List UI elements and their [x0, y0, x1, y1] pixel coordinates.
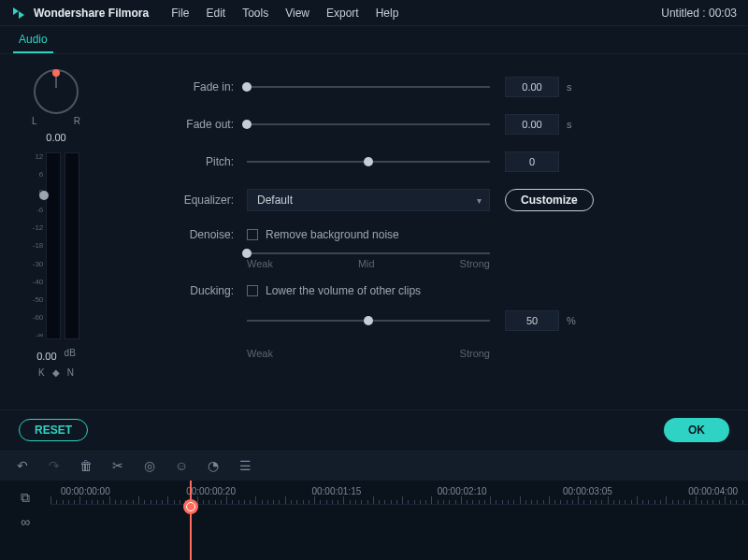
document-title: Untitled : 00:03 — [661, 7, 737, 20]
title-bar: Wondershare Filmora File Edit Tools View… — [0, 0, 748, 26]
split-icon[interactable]: ✂ — [110, 458, 125, 473]
fade-out-label: Fade out: — [168, 118, 234, 131]
menu-tools[interactable]: Tools — [242, 7, 268, 20]
keyframe-marker-icon[interactable]: ◆ — [52, 367, 60, 378]
tab-bar: Audio — [0, 26, 748, 54]
fade-in-unit: s — [567, 81, 583, 93]
ducking-unit: % — [567, 315, 583, 326]
crop-icon[interactable]: ◎ — [142, 458, 157, 473]
reset-button[interactable]: RESET — [19, 419, 88, 441]
ducking-value[interactable]: 50 — [505, 310, 559, 331]
audio-panel: L R 0.00 12 6 0 -6 -12 -18 -30 -40 -50 -… — [0, 54, 748, 409]
pan-knob[interactable] — [34, 69, 79, 114]
pan-left-label: L — [32, 116, 37, 126]
meter-unit: dB — [65, 348, 76, 358]
keyframe-prev-icon[interactable]: K — [38, 367, 45, 378]
audio-form: Fade in: 0.00 s Fade out: 0.00 s Pitch: … — [112, 54, 748, 409]
meter-right[interactable] — [65, 152, 79, 339]
meter-scale: 12 6 0 -6 -12 -18 -30 -40 -50 -60 -∞ — [33, 152, 44, 339]
keyframe-next-icon[interactable]: N — [67, 367, 74, 378]
meter-panel: L R 0.00 12 6 0 -6 -12 -18 -30 -40 -50 -… — [0, 54, 112, 409]
undo-icon[interactable]: ↶ — [15, 458, 30, 473]
track-manager-icon[interactable]: ⧉ — [18, 490, 33, 505]
ducking-label: Ducking: — [168, 284, 234, 297]
ducking-weak-label: Weak — [247, 348, 273, 359]
link-icon[interactable]: ∞ — [18, 514, 33, 529]
ducking-slider[interactable] — [247, 320, 490, 322]
playhead[interactable] — [190, 481, 192, 560]
fade-in-slider[interactable] — [247, 86, 490, 88]
equalizer-value: Default — [257, 194, 293, 207]
meter-value: 0.00 — [36, 351, 56, 362]
ducking-checkbox-label: Lower the volume of other clips — [266, 284, 421, 297]
timeline-ruler[interactable]: 00:00:00:00 00:00:00:20 00:00:01:15 00:0… — [50, 481, 748, 505]
denoise-checkbox[interactable] — [247, 229, 258, 240]
volume-slider-thumb[interactable] — [39, 191, 49, 200]
equalizer-label: Equalizer: — [168, 194, 234, 207]
denoise-checkbox-label: Remove background noise — [266, 228, 399, 241]
menu-file[interactable]: File — [171, 7, 189, 20]
fade-in-value[interactable]: 0.00 — [505, 77, 559, 97]
menu-help[interactable]: Help — [376, 7, 399, 20]
timeline: ⧉ ∞ 00:00:00:00 00:00:00:20 00:00:01:15 … — [0, 481, 748, 560]
denoise-slider[interactable] — [247, 252, 490, 254]
fade-out-unit: s — [567, 119, 583, 130]
playhead-handle-icon[interactable] — [183, 499, 198, 514]
chevron-down-icon: ▾ — [477, 195, 482, 206]
pitch-value[interactable]: 0 — [505, 151, 559, 172]
menu-edit[interactable]: Edit — [206, 7, 225, 20]
meter-left[interactable] — [46, 152, 61, 339]
menu-bar: File Edit Tools View Export Help — [171, 7, 398, 20]
timeline-toolbar: ↶ ↷ 🗑 ✂ ◎ ☺ ◔ ☰ — [0, 449, 748, 481]
pan-labels: L R — [32, 116, 80, 126]
app-logo-icon — [11, 6, 26, 21]
delete-icon[interactable]: 🗑 — [79, 458, 94, 473]
speed-icon[interactable]: ☺ — [174, 458, 189, 473]
denoise-label: Denoise: — [168, 228, 234, 241]
fade-out-slider[interactable] — [247, 123, 490, 125]
denoise-strong-label: Strong — [460, 258, 490, 269]
fade-out-value[interactable]: 0.00 — [505, 114, 559, 135]
tab-audio[interactable]: Audio — [13, 27, 53, 53]
dialog-footer: RESET OK — [0, 409, 748, 449]
ducking-strong-label: Strong — [460, 348, 490, 359]
denoise-weak-label: Weak — [247, 258, 273, 269]
pan-value: 0.00 — [46, 132, 65, 143]
pitch-label: Pitch: — [168, 155, 234, 168]
app-title: Wondershare Filmora — [34, 7, 149, 20]
duration-icon[interactable]: ◔ — [206, 458, 221, 473]
settings-icon[interactable]: ☰ — [237, 458, 252, 473]
ducking-checkbox[interactable] — [247, 285, 258, 296]
timeline-ruler-area[interactable]: 00:00:00:00 00:00:00:20 00:00:01:15 00:0… — [50, 481, 748, 560]
equalizer-select[interactable]: Default ▾ — [247, 189, 490, 211]
ok-button[interactable]: OK — [664, 418, 729, 442]
customize-button[interactable]: Customize — [505, 189, 594, 211]
menu-export[interactable]: Export — [326, 7, 359, 20]
pitch-slider[interactable] — [247, 161, 490, 163]
fade-in-label: Fade in: — [168, 80, 234, 93]
pan-right-label: R — [74, 116, 80, 126]
redo-icon[interactable]: ↷ — [47, 458, 62, 473]
denoise-mid-label: Mid — [358, 258, 375, 269]
menu-view[interactable]: View — [285, 7, 309, 20]
